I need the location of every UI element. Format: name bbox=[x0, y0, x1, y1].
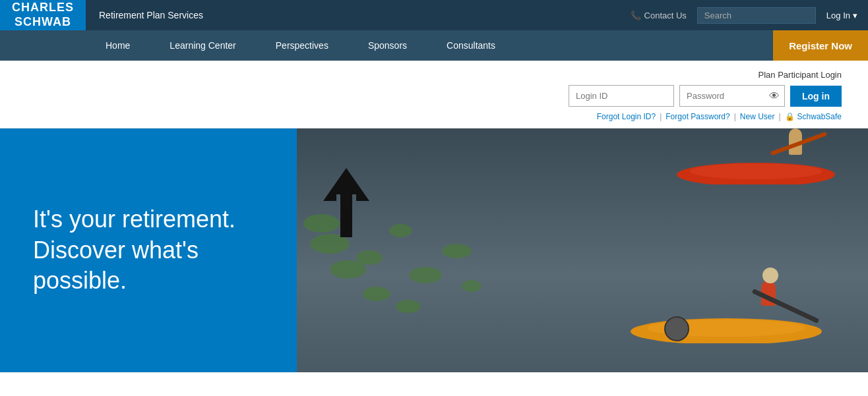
nav-bar: Home Learning Center Perspectives Sponso… bbox=[0, 30, 868, 61]
lily-pad bbox=[389, 224, 412, 237]
lily-pad bbox=[396, 300, 421, 313]
hero-blue-panel: It's your retirement. Discover what's po… bbox=[0, 128, 297, 372]
new-user-link[interactable]: New User bbox=[740, 112, 775, 121]
contact-us-link[interactable]: 📞 Contact Us bbox=[631, 11, 687, 20]
forgot-login-link[interactable]: Forgot Login ID? bbox=[597, 112, 656, 121]
phone-icon: 📞 bbox=[631, 11, 641, 20]
logo[interactable]: charles SCHWAB bbox=[0, 0, 86, 30]
lily-pad bbox=[442, 244, 472, 258]
kayak-svg-1 bbox=[670, 148, 842, 184]
brand-name2: SCHWAB bbox=[12, 15, 74, 30]
contact-label: Contact Us bbox=[644, 11, 687, 20]
svg-point-4 bbox=[665, 317, 689, 341]
nav-item-sponsors[interactable]: Sponsors bbox=[348, 30, 427, 61]
login-section: Plan Participant Login 👁 Log in Forgot L… bbox=[0, 61, 868, 128]
log-in-button[interactable]: Log in bbox=[790, 86, 842, 107]
brand-name: charles bbox=[12, 1, 74, 15]
schwab-safe-link[interactable]: 🔒 SchwabSafe bbox=[785, 112, 842, 121]
svg-point-1 bbox=[690, 163, 822, 179]
lily-pad bbox=[409, 267, 442, 283]
eye-icon[interactable]: 👁 bbox=[769, 90, 780, 102]
register-now-button[interactable]: Register Now bbox=[773, 30, 868, 61]
kayak-top-right bbox=[670, 148, 842, 187]
nav-item-consultants[interactable]: Consultants bbox=[427, 30, 515, 61]
login-links: Forgot Login ID? | Forgot Password? | Ne… bbox=[597, 112, 842, 121]
hero-text: It's your retirement. Discover what's po… bbox=[33, 204, 235, 297]
top-bar: charles SCHWAB Retirement Plan Services … bbox=[0, 0, 868, 30]
login-id-input[interactable] bbox=[569, 85, 674, 107]
hero-section: It's your retirement. Discover what's po… bbox=[0, 128, 868, 372]
login-form: 👁 Log in bbox=[569, 85, 842, 107]
top-bar-right: 📞 Contact Us Log In ▾ bbox=[631, 7, 857, 24]
login-section-title: Plan Participant Login bbox=[759, 70, 842, 80]
nav-item-home[interactable]: Home bbox=[86, 30, 150, 61]
dropdown-icon: ▾ bbox=[853, 11, 857, 20]
nav-item-learning-center[interactable]: Learning Center bbox=[150, 30, 255, 61]
separator-1: | bbox=[660, 112, 662, 121]
svg-rect-6 bbox=[340, 194, 352, 237]
separator-3: | bbox=[778, 112, 780, 121]
forgot-password-link[interactable]: Forgot Password? bbox=[666, 112, 729, 121]
nav-item-perspectives[interactable]: Perspectives bbox=[256, 30, 348, 61]
lock-icon: 🔒 bbox=[785, 112, 795, 121]
login-button[interactable]: Log In ▾ bbox=[826, 11, 857, 20]
lily-pad bbox=[462, 280, 481, 292]
kayak-bottom bbox=[624, 304, 828, 346]
lily-pad bbox=[363, 287, 390, 301]
password-wrapper: 👁 bbox=[679, 85, 785, 107]
arrow-indicator bbox=[317, 168, 376, 254]
separator-2: | bbox=[734, 112, 736, 121]
schwab-safe-label: SchwabSafe bbox=[797, 112, 842, 121]
login-label: Log In bbox=[826, 11, 850, 20]
hero-image bbox=[297, 128, 868, 372]
search-input[interactable] bbox=[697, 7, 816, 24]
lily-pad bbox=[330, 260, 366, 279]
nav-items: Home Learning Center Perspectives Sponso… bbox=[86, 30, 773, 61]
site-title: Retirement Plan Services bbox=[99, 10, 631, 20]
